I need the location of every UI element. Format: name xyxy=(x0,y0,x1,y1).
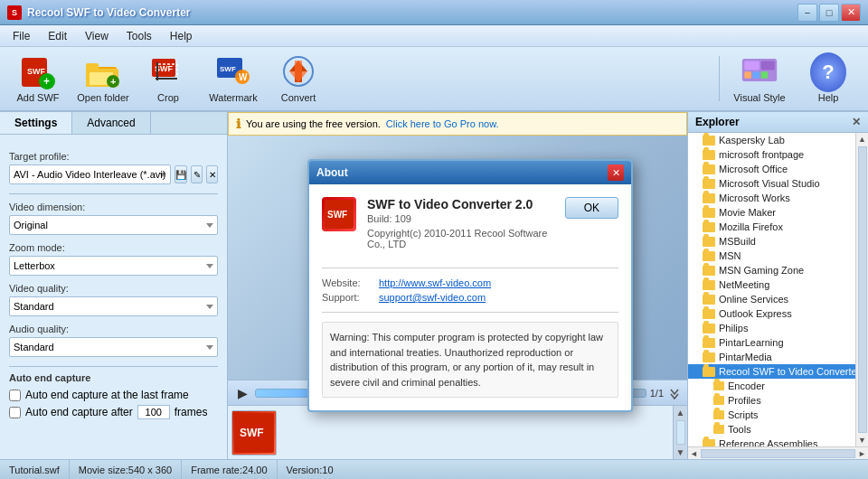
explorer-item-moviemaker[interactable]: Movie Maker xyxy=(688,205,855,220)
explorer-item-encoder[interactable]: Encoder xyxy=(688,379,855,393)
dialog-ok-button[interactable]: OK xyxy=(565,197,618,219)
last-frame-checkbox[interactable] xyxy=(9,390,21,401)
explorer-item-msngaming[interactable]: MSN Gaming Zone xyxy=(688,263,855,277)
status-bar: Tutorial.swf Movie size:540 x 360 Frame … xyxy=(0,459,868,479)
video-dimension-select[interactable]: Original xyxy=(9,215,218,235)
explorer-item-label: Microsoft Works xyxy=(719,193,790,203)
explorer-item-vs[interactable]: Microsoft Visual Studio xyxy=(688,176,855,191)
explorer-item-profiles[interactable]: Profiles xyxy=(688,393,855,408)
explorer-hscroll-right[interactable]: ► xyxy=(856,449,868,458)
minimize-button[interactable]: − xyxy=(797,4,817,22)
explorer-item-onlineservices[interactable]: Online Services xyxy=(688,292,855,306)
menu-help[interactable]: Help xyxy=(163,28,200,44)
folder-icon-sub xyxy=(713,425,724,434)
explorer-item-msbuild[interactable]: MSBuild xyxy=(688,234,855,249)
filmstrip-thumb[interactable]: SWF xyxy=(231,410,277,456)
explorer-scroll-thumb[interactable] xyxy=(858,146,867,433)
maximize-button[interactable]: □ xyxy=(819,4,839,22)
filmstrip-scroll-down[interactable]: ▼ xyxy=(675,446,687,459)
open-folder-icon: + xyxy=(85,54,121,90)
explorer-item-pintarmedia[interactable]: PintarMedia xyxy=(688,350,855,364)
filmstrip-scrollbar-thumb xyxy=(676,420,685,445)
about-dialog: About ✕ OK SWF SWF to Video Converter 2.… xyxy=(307,159,633,412)
after-label: Auto end capture after xyxy=(25,406,133,418)
explorer-item-philips[interactable]: Philips xyxy=(688,321,855,335)
crop-icon: SWF xyxy=(150,54,186,90)
filmstrip-scroll-up[interactable]: ▲ xyxy=(675,406,687,419)
explorer-scroll-up[interactable]: ▲ xyxy=(856,133,868,146)
edit-profile-button[interactable]: ✎ xyxy=(191,165,203,183)
explorer-item-frontpage[interactable]: microsoft frontpage xyxy=(688,147,855,162)
explorer-item-scripts[interactable]: Scripts xyxy=(688,408,855,422)
capture-section: Auto end capture Auto end capture at the… xyxy=(9,372,218,419)
explorer-item-office[interactable]: Microsoft Office xyxy=(688,162,855,176)
after-frames-checkbox[interactable] xyxy=(9,407,21,418)
toolbar: SWF + Add SWF + Open folder SWF xyxy=(0,47,868,112)
capture-title: Auto end capture xyxy=(9,372,218,383)
frames-input[interactable] xyxy=(137,405,170,419)
zoom-mode-label: Zoom mode: xyxy=(9,242,218,253)
play-button[interactable]: ▶ xyxy=(233,384,251,402)
video-quality-label: Video quality: xyxy=(9,283,218,294)
folder-icon-sub xyxy=(713,396,724,405)
visual-style-label: Visual Style xyxy=(733,92,785,103)
audio-quality-select[interactable]: Standard xyxy=(9,337,218,357)
frame-counter: 1/1 xyxy=(650,388,664,399)
explorer-item-works[interactable]: Microsoft Works xyxy=(688,191,855,205)
explorer-list: Kaspersky Lab microsoft frontpage Micros… xyxy=(688,133,855,446)
explorer-item-tools[interactable]: Tools xyxy=(688,422,855,437)
tab-advanced[interactable]: Advanced xyxy=(72,112,150,134)
menu-view[interactable]: View xyxy=(78,28,116,44)
crop-button[interactable]: SWF Crop xyxy=(137,50,199,108)
explorer-panel: Explorer ✕ Kaspersky Lab microsoft front… xyxy=(687,112,868,459)
dialog-title: About xyxy=(316,166,348,179)
explorer-item-netmeeting[interactable]: NetMeeting xyxy=(688,277,855,292)
delete-profile-button[interactable]: ✕ xyxy=(206,165,218,183)
convert-button[interactable]: Convert xyxy=(268,50,329,108)
explorer-item-label: MSBuild xyxy=(719,236,756,247)
explorer-item-outlook[interactable]: Outlook Express xyxy=(688,306,855,321)
left-panel: Settings Advanced Target profile: AVI - … xyxy=(0,112,228,459)
explorer-item-pintarlearning[interactable]: PintarLearning xyxy=(688,335,855,350)
explorer-scroll-down[interactable]: ▼ xyxy=(856,434,868,446)
filmstrip-scroll: ▲ ▼ xyxy=(673,406,687,459)
support-link[interactable]: support@swf-video.com xyxy=(379,292,486,303)
menu-tools[interactable]: Tools xyxy=(119,28,159,44)
visual-style-icon xyxy=(741,54,778,90)
video-quality-select[interactable]: Standard xyxy=(9,296,218,316)
menu-edit[interactable]: Edit xyxy=(41,28,74,44)
audio-quality-label: Audio quality: xyxy=(9,324,218,334)
explorer-scrollbar[interactable]: ▲ ▼ xyxy=(855,133,868,446)
target-profile-select[interactable]: AVI - Audio Video Interleave (*.avi) xyxy=(9,164,171,184)
explorer-item-kaspersky[interactable]: Kaspersky Lab xyxy=(688,133,855,147)
explorer-hscroll-left[interactable]: ◄ xyxy=(688,449,700,458)
explorer-item-msn[interactable]: MSN xyxy=(688,249,855,263)
support-label: Support: xyxy=(322,292,372,303)
status-file-text: Tutorial.swf xyxy=(9,465,60,475)
zoom-mode-select[interactable]: Letterbox xyxy=(9,256,218,276)
scroll-down-icon[interactable] xyxy=(667,384,682,402)
crop-label: Crop xyxy=(157,92,179,103)
help-label: Help xyxy=(818,92,839,103)
help-button[interactable]: ? Help xyxy=(796,50,861,108)
explorer-item-refassemblies[interactable]: Reference Assemblies xyxy=(688,437,855,446)
explorer-item-recool[interactable]: Recool SWF to Video Converter xyxy=(688,364,855,379)
explorer-item-firefox[interactable]: Mozilla Firefox xyxy=(688,220,855,234)
dialog-close-button[interactable]: ✕ xyxy=(608,164,624,181)
website-link[interactable]: http://www.swf-video.com xyxy=(379,277,491,288)
explorer-hscrollbar[interactable]: ◄ ► xyxy=(688,446,868,459)
explorer-close-button[interactable]: ✕ xyxy=(852,116,861,128)
explorer-hscroll-thumb[interactable] xyxy=(701,449,855,458)
window-close-button[interactable]: ✕ xyxy=(841,4,861,22)
menu-file[interactable]: File xyxy=(5,28,37,44)
visual-style-button[interactable]: Visual Style xyxy=(727,50,792,108)
dialog-app-name: SWF to Video Converter 2.0 xyxy=(367,197,565,211)
watermark-button[interactable]: SWF W Watermark xyxy=(203,50,264,108)
add-swf-button[interactable]: SWF + Add SWF xyxy=(7,50,69,108)
go-pro-link[interactable]: Click here to Go Pro now. xyxy=(386,118,499,129)
explorer-item-label: Recool SWF to Video Converter xyxy=(719,366,855,377)
save-profile-button[interactable]: 💾 xyxy=(175,165,187,183)
tab-settings[interactable]: Settings xyxy=(0,112,72,134)
video-dimension-label: Video dimension: xyxy=(9,202,218,212)
open-folder-button[interactable]: + Open folder xyxy=(72,50,134,108)
